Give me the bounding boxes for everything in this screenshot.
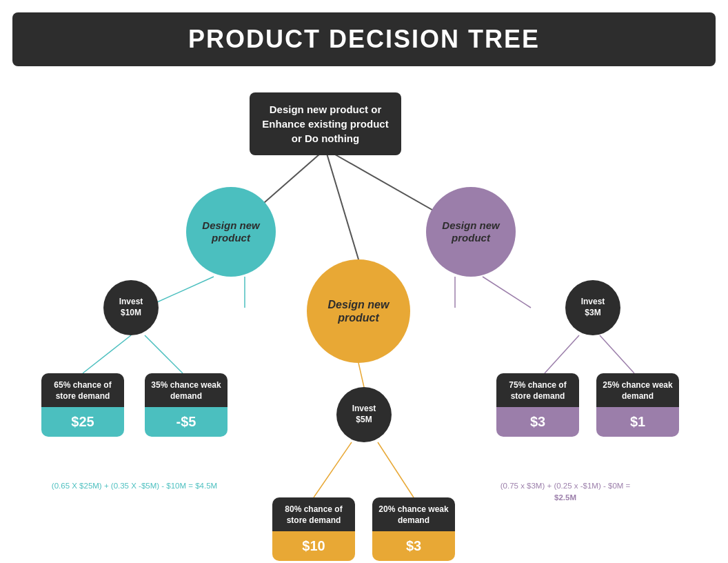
svg-line-6 <box>145 335 183 373</box>
card-65-label: 65% chance of store demand <box>41 373 124 407</box>
card-35-label: 35% chance weak demand <box>145 373 228 407</box>
svg-line-5 <box>83 335 131 373</box>
invest-5m-label: Invest$5M <box>352 404 376 425</box>
svg-line-7 <box>358 363 364 387</box>
card-20-percent: 20% chance weak demand $3 <box>372 497 455 561</box>
invest-3m-node: Invest$3M <box>565 280 620 335</box>
svg-line-9 <box>378 442 414 497</box>
card-65-percent: 65% chance of store demand $25 <box>41 373 124 437</box>
purple-label: Design new product <box>426 219 516 244</box>
formula-teal: (0.65 X $25M) + (0.35 X -$5M) - $10M = $… <box>34 480 234 492</box>
formula-purple: (0.75 x $3M) + (0.25 x -$1M) - $0M = $2.… <box>483 480 648 504</box>
card-65-value: $25 <box>41 407 124 437</box>
svg-line-12 <box>545 335 579 373</box>
orange-circle: Design new product <box>307 259 410 363</box>
teal-circle: Design new product <box>186 187 276 277</box>
orange-label: Design new product <box>307 298 410 324</box>
card-35-value: -$5 <box>145 407 228 437</box>
invest-5m-node: Invest$5M <box>336 387 392 442</box>
card-25-value: $1 <box>596 407 679 437</box>
purple-circle: Design new product <box>426 187 516 277</box>
teal-label: Design new product <box>186 219 276 244</box>
card-35-percent: 35% chance weak demand -$5 <box>145 373 228 437</box>
tree-container: Design new product or Enhance existing p… <box>0 73 728 556</box>
svg-line-2 <box>325 149 358 259</box>
card-75-label: 75% chance of store demand <box>496 373 579 407</box>
card-75-value: $3 <box>496 407 579 437</box>
card-25-percent: 25% chance weak demand $1 <box>596 373 679 437</box>
svg-line-10 <box>483 277 531 308</box>
card-80-label: 80% chance of store demand <box>272 497 355 531</box>
root-node: Design new product or Enhance existing p… <box>250 92 401 155</box>
invest-3m-label: Invest$3M <box>581 297 605 318</box>
card-20-value: $3 <box>372 531 455 561</box>
svg-line-8 <box>314 442 352 497</box>
card-25-label: 25% chance weak demand <box>596 373 679 407</box>
invest-10m-node: Invest$10M <box>103 280 159 335</box>
card-75-percent: 75% chance of store demand $3 <box>496 373 579 437</box>
card-20-label: 20% chance weak demand <box>372 497 455 531</box>
page-title: PRODUCT DECISION TREE <box>12 25 716 54</box>
invest-10m-label: Invest$10M <box>119 297 143 318</box>
card-80-value: $10 <box>272 531 355 561</box>
svg-line-13 <box>600 335 634 373</box>
card-80-percent: 80% chance of store demand $10 <box>272 497 355 561</box>
root-label: Design new product or Enhance existing p… <box>262 103 388 144</box>
page-header: PRODUCT DECISION TREE <box>12 12 716 66</box>
